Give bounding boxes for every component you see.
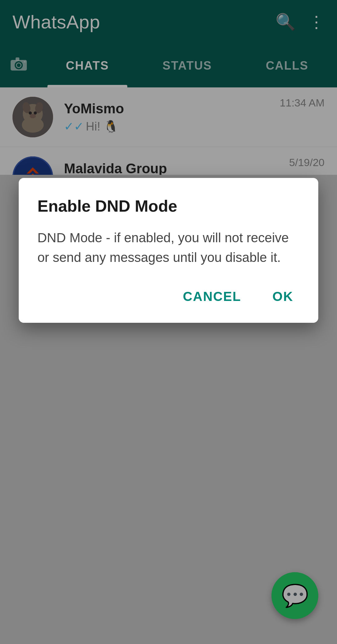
dnd-dialog: Enable DND Mode DND Mode - if enabled, y… <box>19 178 318 323</box>
dialog-message: DND Mode - if enabled, you will not rece… <box>37 228 300 267</box>
cancel-button[interactable]: CANCEL <box>177 286 247 307</box>
dialog-buttons: CANCEL OK <box>37 286 300 307</box>
dialog-title: Enable DND Mode <box>37 197 300 215</box>
ok-button[interactable]: OK <box>266 286 300 307</box>
